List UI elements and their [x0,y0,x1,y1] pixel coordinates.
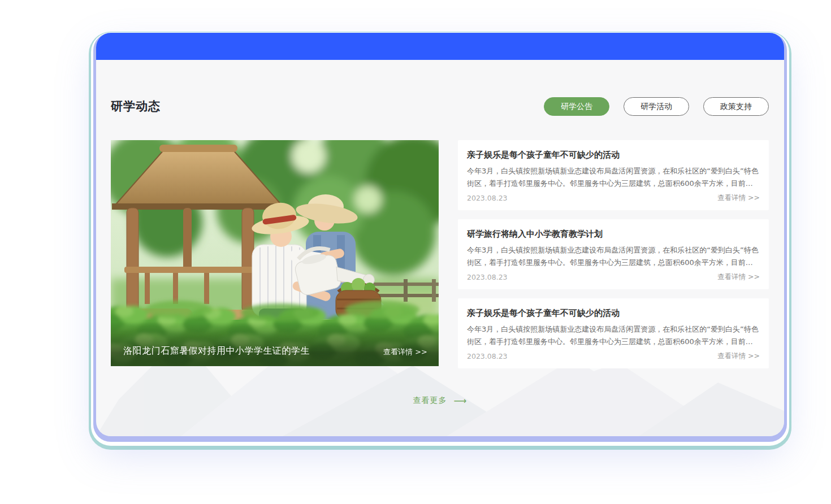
view-more-link[interactable]: 查看更多 ⟶ [413,396,468,406]
tab-study-activities[interactable]: 研学活动 [624,97,689,116]
study-news-card: 研学动态 研学公告 研学活动 政策支持 [96,33,784,436]
content-row: 洛阳龙门石窟暑假对持用中小学学生证的学生 查看详情 >> 亲子娱乐是每个孩子童年… [111,140,769,368]
news-title[interactable]: 亲子娱乐是每个孩子童年不可缺少的活动 [467,307,760,319]
news-excerpt: 今年3月，白头镇按照新场镇新业态建设布局盘活闲置资源，在和乐社区的“爱到白头”特… [467,165,760,190]
featured-caption-bar: 洛阳龙门石窟暑假对持用中小学学生证的学生 查看详情 >> [111,322,439,366]
tab-policy-support[interactable]: 政策支持 [703,97,769,116]
featured-detail-link[interactable]: 查看详情 >> [383,347,427,357]
news-detail-link[interactable]: 查看详情 >> [717,193,760,203]
tab-group: 研学公告 研学活动 政策支持 [530,97,769,116]
news-list: 亲子娱乐是每个孩子童年不可缺少的活动 今年3月，白头镇按照新场镇新业态建设布局盘… [458,140,769,368]
view-more-label: 查看更多 [413,396,447,406]
news-date: 2023.08.23 [467,352,508,360]
featured-image[interactable]: 洛阳龙门石窟暑假对持用中小学学生证的学生 查看详情 >> [111,140,439,366]
news-excerpt: 今年3月，白头镇按照新场镇新业态建设布局盘活闲置资源，在和乐社区的“爱到白头”特… [467,323,760,348]
section-header: 研学动态 研学公告 研学活动 政策支持 [111,96,769,116]
news-date: 2023.08.23 [467,273,508,281]
tab-study-announcements[interactable]: 研学公告 [544,97,609,116]
news-meta: 2023.08.23 查看详情 >> [467,193,760,203]
news-item-1[interactable]: 亲子娱乐是每个孩子童年不可缺少的活动 今年3月，白头镇按照新场镇新业态建设布局盘… [458,140,769,210]
news-item-2[interactable]: 研学旅行将纳入中小学教育教学计划 今年3月，白头镇按照新场镇新业态建设布局盘活闲… [458,219,769,289]
news-title[interactable]: 亲子娱乐是每个孩子童年不可缺少的活动 [467,149,760,160]
top-nav-bar [96,33,784,60]
news-date: 2023.08.23 [467,194,508,202]
arrow-right-icon: ⟶ [454,396,468,406]
news-item-3[interactable]: 亲子娱乐是每个孩子童年不可缺少的活动 今年3月，白头镇按照新场镇新业态建设布局盘… [458,298,769,368]
news-title[interactable]: 研学旅行将纳入中小学教育教学计划 [467,228,760,240]
page-title: 研学动态 [111,98,161,114]
news-excerpt: 今年3月，白头镇按照新场镇新业态建设布局盘活闲置资源，在和乐社区的“爱到白头”特… [467,244,760,269]
news-detail-link[interactable]: 查看详情 >> [717,351,760,361]
view-more-row: 查看更多 ⟶ [96,394,784,406]
news-detail-link[interactable]: 查看详情 >> [717,272,760,282]
featured-caption: 洛阳龙门石窟暑假对持用中小学学生证的学生 [123,345,310,357]
news-meta: 2023.08.23 查看详情 >> [467,351,760,361]
news-meta: 2023.08.23 查看详情 >> [467,272,760,282]
